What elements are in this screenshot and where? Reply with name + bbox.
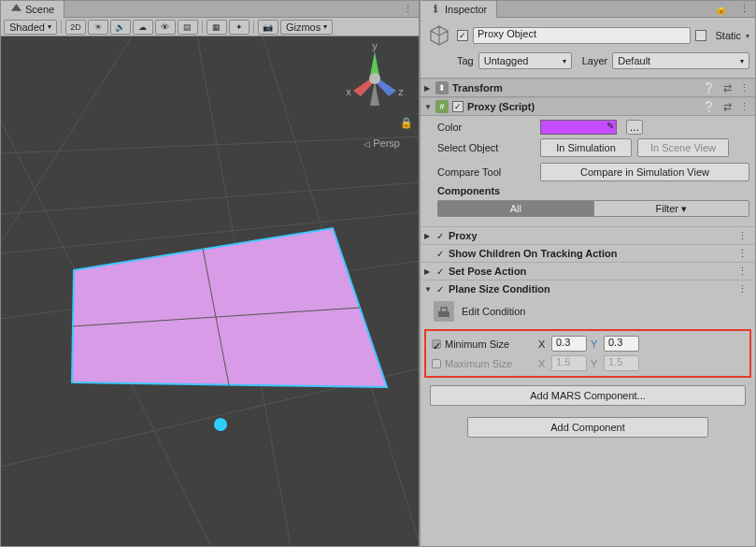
subitem-show-children-title: Show Children On Tracking Action [449,248,618,259]
draw-mode-dropdown[interactable]: Shaded ▾ [4,20,57,35]
scene-panel: Scene ⋮ Shaded ▾ 2D ☀ 🔊 ☁ 👁 ▤ ▦ ✦ 📷 Gizm… [0,0,420,547]
svg-line-1 [1,137,419,153]
orientation-gizmo[interactable]: y z x [338,44,411,119]
proxy-title: Proxy (Script) [467,101,535,112]
script-icon: # [435,100,449,113]
2d-toggle[interactable]: 2D [65,20,86,35]
subitem-proxy-title: Proxy [449,230,478,241]
compare-button[interactable]: Compare in Simulation View [540,163,749,181]
svg-marker-14 [370,51,379,76]
lighting-icon[interactable]: ☀ [88,20,108,35]
scene-viewport[interactable]: y z x 🔒 ◁ Persp [1,36,419,546]
svg-text:y: y [372,44,378,51]
svg-line-9 [1,36,132,242]
draw-mode-label: Shaded [9,22,45,33]
gizmos-label: Gizmos [286,22,321,33]
subitem-plane-size-title: Plane Size Condition [449,283,550,295]
add-mars-component-button[interactable]: Add MARS Component... [430,385,746,406]
size-condition-highlight: ✓ Minimum Size X 0.3 Y 0.3 Maximum Size … [424,329,751,378]
select-object-label: Select Object [437,142,535,153]
inspector-tab-menu-icon[interactable]: ⋮ [734,3,755,15]
in-simulation-button[interactable]: In Simulation [540,138,632,157]
layers-icon[interactable]: ▤ [178,20,198,35]
gizmos-dropdown[interactable]: Gizmos ▾ [280,20,333,35]
max-x-input: 1.5 [551,355,587,371]
svg-marker-10 [72,228,387,387]
seg-filter[interactable]: Filter ▾ [593,200,750,217]
scene-tab-menu-icon[interactable]: ⋮ [397,3,419,15]
tag-dropdown[interactable]: Untagged▾ [478,52,572,69]
help-icon[interactable]: ❔ [701,101,718,113]
scene-tab-bar: Scene ⋮ [1,1,419,18]
svg-point-18 [369,73,380,84]
tag-label: Tag [457,55,474,66]
color-label: Color [437,122,535,133]
inspector-tab-bar: ℹ Inspector 🔓 ⋮ [421,1,755,18]
svg-text:x: x [346,86,351,97]
add-component-button[interactable]: Add Component [467,417,708,438]
subitem-set-pose[interactable]: ▶✓ Set Pose Action ⋮ [421,262,755,280]
compare-tool-label: Compare Tool [437,166,535,178]
seg-all[interactable]: All [437,200,593,217]
subitem-show-children[interactable]: ✓ Show Children On Tracking Action ⋮ [421,244,755,262]
grid-icon[interactable]: ▦ [207,20,227,35]
proxy-enabled-checkbox[interactable] [452,101,464,112]
preset-icon[interactable]: ⇄ [721,82,734,94]
object-icon[interactable] [426,22,452,49]
color-picker-button[interactable]: … [626,120,643,135]
components-heading: Components [437,185,749,196]
transform-title: Transform [452,82,503,94]
subitem-plane-size[interactable]: ▼✓ Plane Size Condition ⋮ [421,280,755,297]
proxy-header[interactable]: ▼ # Proxy (Script) ❔ ⇄ ⋮ [421,97,755,116]
components-filter-segment: All Filter ▾ [437,200,749,217]
max-y-input: 1.5 [604,355,639,371]
subitem-proxy[interactable]: ▶✓ Proxy ⋮ [421,226,755,244]
edit-condition-icon[interactable] [434,301,454,322]
lock-icon[interactable]: 🔒 [400,117,413,129]
effects-icon[interactable]: ☁ [133,20,153,35]
svg-point-13 [214,418,227,431]
proxy-body: Color … Select Object In Simulation In S… [421,116,755,226]
subitem-set-pose-title: Set Pose Action [449,266,526,277]
object-name-input[interactable]: Proxy Object [473,27,691,44]
edit-condition-row: Edit Condition [421,297,755,327]
transform-header[interactable]: ▶ ⬍ Transform ❔ ⇄ ⋮ [421,79,755,97]
min-enabled-dot[interactable]: ✓ [432,339,441,349]
min-y-input[interactable]: 0.3 [604,336,639,352]
svg-text:z: z [398,86,404,97]
edit-condition-label: Edit Condition [462,306,526,317]
preset-icon[interactable]: ⇄ [721,101,734,113]
audio-icon[interactable]: 🔊 [110,20,131,35]
projection-label[interactable]: ◁ Persp [364,137,400,149]
max-enabled-dot[interactable] [432,359,441,368]
transform-icon: ⬍ [435,81,449,94]
layer-label: Layer [582,55,608,66]
min-x-input[interactable]: 0.3 [551,336,587,352]
max-y-label: Y [591,358,600,369]
lock-inspector-icon[interactable]: 🔓 [709,3,734,15]
visibility-icon[interactable]: 👁 [155,20,176,35]
in-scene-view-button[interactable]: In Scene View [637,138,729,157]
tab-inspector[interactable]: ℹ Inspector [421,1,497,18]
menu-icon[interactable]: ⋮ [737,101,751,113]
max-size-label: Maximum Size [445,358,535,369]
info-icon: ℹ [430,4,441,15]
camera-icon[interactable]: 📷 [258,20,278,35]
scene-toolbar: Shaded ▾ 2D ☀ 🔊 ☁ 👁 ▤ ▦ ✦ 📷 Gizmos ▾ [1,18,419,36]
active-checkbox[interactable] [457,30,468,41]
help-icon[interactable]: ❔ [701,82,718,94]
svg-line-2 [1,182,419,214]
max-x-label: X [538,358,548,369]
tools-icon[interactable]: ✦ [229,20,250,35]
layer-dropdown[interactable]: Default▾ [612,52,749,69]
scene-tab-label: Scene [25,4,54,15]
static-checkbox[interactable] [695,30,706,41]
color-swatch[interactable] [540,120,617,135]
svg-rect-22 [438,311,449,317]
inspector-tab-label: Inspector [445,4,487,15]
menu-icon[interactable]: ⋮ [737,82,751,94]
min-y-label: Y [591,338,600,350]
static-label: Static [715,30,741,41]
object-header: Proxy Object Static ▾ Tag Untagged▾ Laye… [421,18,755,79]
tab-scene[interactable]: Scene [1,1,64,18]
